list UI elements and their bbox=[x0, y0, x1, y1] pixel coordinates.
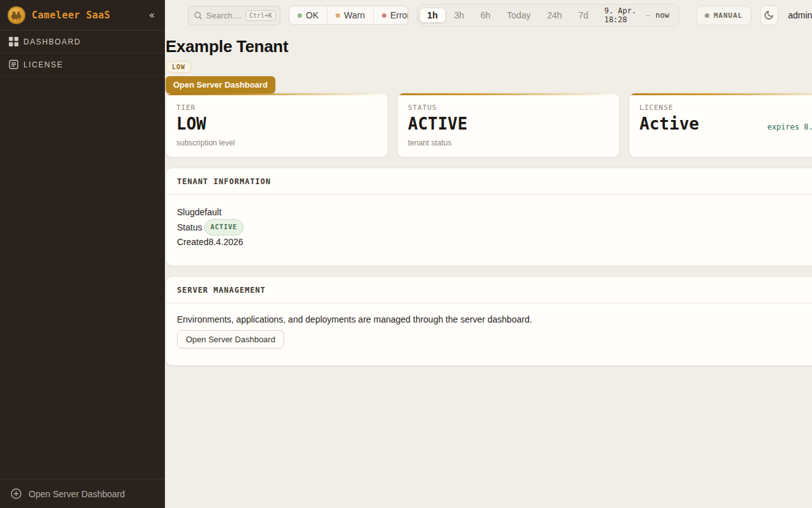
status-filter-label: Error bbox=[390, 10, 408, 20]
sidebar: Cameleer SaaS « DASHBOARD bbox=[0, 0, 165, 508]
warn-status-dot bbox=[336, 13, 340, 18]
card-label: TIER bbox=[176, 104, 377, 112]
sidebar-item-license[interactable]: LICENSE bbox=[0, 53, 165, 76]
status-filter-error[interactable]: Error bbox=[373, 6, 408, 24]
stat-cards-row: TIER LOW subscription level STATUS ACTIV… bbox=[166, 93, 812, 157]
time-range-7d[interactable]: 7d bbox=[570, 8, 597, 23]
grid-icon bbox=[8, 37, 18, 47]
panel-header: SERVER MANAGEMENT bbox=[166, 277, 812, 304]
status-filter-label: Warn bbox=[344, 10, 365, 20]
topbar: Search..... Ctrl+K OK Warn Error 1h 3h 6… bbox=[165, 0, 812, 30]
status-filter-warn[interactable]: Warn bbox=[327, 6, 373, 24]
manual-mode-label: MANUAL bbox=[714, 11, 743, 20]
info-label: Status bbox=[177, 221, 202, 234]
status-filter-group: OK Warn Error bbox=[289, 6, 409, 25]
card-subtitle: subscription level bbox=[176, 138, 377, 147]
server-management-description: Environments, applications, and deployme… bbox=[177, 314, 812, 324]
panel-header: TENANT INFORMATION bbox=[166, 168, 812, 195]
card-value: LOW bbox=[176, 115, 377, 133]
date-range-from: 9. Apr. 18:28 bbox=[604, 6, 641, 24]
dark-mode-toggle[interactable] bbox=[760, 5, 779, 25]
card-label: STATUS bbox=[408, 104, 609, 112]
time-range-1h[interactable]: 1h bbox=[419, 8, 446, 23]
time-range-6h[interactable]: 6h bbox=[473, 8, 499, 23]
status-filter-label: OK bbox=[306, 10, 318, 20]
card-value: Active bbox=[639, 115, 699, 133]
info-value: default bbox=[195, 206, 221, 219]
server-management-panel: SERVER MANAGEMENT Environments, applicat… bbox=[166, 276, 812, 366]
date-range-display[interactable]: 9. Apr. 18:28 — now bbox=[596, 6, 677, 24]
sidebar-item-dashboard[interactable]: DASHBOARD bbox=[0, 30, 165, 53]
tier-card: TIER LOW subscription level bbox=[166, 93, 388, 157]
license-card: LICENSE Active expires 8.4.2027 bbox=[629, 93, 812, 157]
open-server-dashboard-button[interactable]: Open Server Dashboard bbox=[166, 76, 275, 93]
status-filter-ok[interactable]: OK bbox=[289, 6, 327, 24]
info-value: 8.4.2026 bbox=[209, 236, 244, 249]
open-server-dashboard-secondary-button[interactable]: Open Server Dashboard bbox=[177, 330, 284, 349]
info-row-created: Created8.4.2026 bbox=[177, 236, 812, 249]
moon-icon bbox=[764, 10, 774, 20]
tenant-information-panel: TENANT INFORMATION Slugdefault Status AC… bbox=[166, 168, 812, 266]
sidebar-header: Cameleer SaaS « bbox=[0, 0, 165, 30]
card-subtitle: tenant status bbox=[408, 138, 609, 147]
time-range-3h[interactable]: 3h bbox=[446, 8, 473, 23]
search-placeholder: Search..... bbox=[206, 11, 242, 20]
tier-badge: LOW bbox=[166, 61, 192, 73]
sidebar-item-label: DASHBOARD bbox=[23, 37, 81, 46]
search-icon bbox=[194, 11, 202, 20]
search-shortcut-kbd: Ctrl+K bbox=[246, 10, 276, 21]
sidebar-open-server-dashboard[interactable]: Open Server Dashboard bbox=[0, 479, 165, 508]
brand-logo-icon bbox=[8, 6, 25, 24]
ok-status-dot bbox=[298, 13, 302, 18]
info-row-slug: Slugdefault bbox=[177, 206, 812, 219]
sidebar-nav: DASHBOARD LICENSE bbox=[0, 30, 165, 479]
sidebar-footer-label: Open Server Dashboard bbox=[29, 489, 125, 499]
error-status-dot bbox=[382, 13, 386, 18]
info-row-status: Status ACTIVE bbox=[177, 219, 812, 236]
card-value: ACTIVE bbox=[408, 115, 609, 133]
info-label: Slug bbox=[177, 206, 195, 219]
license-expiry-note: expires 8.4.2027 bbox=[767, 123, 812, 131]
date-range-to: now bbox=[655, 11, 669, 20]
time-range-group: 1h 3h 6h Today 24h 7d 9. Apr. 18:28 — no… bbox=[417, 4, 679, 27]
search-input[interactable]: Search..... Ctrl+K bbox=[188, 6, 280, 25]
time-range-24h[interactable]: 24h bbox=[539, 8, 570, 23]
sidebar-item-label: LICENSE bbox=[23, 60, 63, 69]
card-label: LICENSE bbox=[639, 104, 812, 112]
manual-mode-dot bbox=[705, 13, 709, 18]
status-badge: ACTIVE bbox=[204, 219, 244, 236]
circle-plus-icon bbox=[11, 488, 22, 499]
status-card: STATUS ACTIVE tenant status bbox=[397, 93, 620, 157]
date-range-separator: — bbox=[646, 11, 650, 20]
time-range-today[interactable]: Today bbox=[499, 8, 539, 23]
sidebar-collapse-button[interactable]: « bbox=[147, 8, 157, 22]
username-label: admin bbox=[788, 10, 812, 20]
main-content: Example Tenant LOW Open Server Dashboard… bbox=[165, 30, 812, 508]
brand-title: Cameleer SaaS bbox=[32, 10, 140, 21]
document-icon bbox=[8, 60, 18, 70]
page-title: Example Tenant bbox=[166, 37, 812, 57]
refresh-mode-button[interactable]: MANUAL bbox=[696, 6, 752, 25]
info-label: Created bbox=[177, 236, 209, 249]
